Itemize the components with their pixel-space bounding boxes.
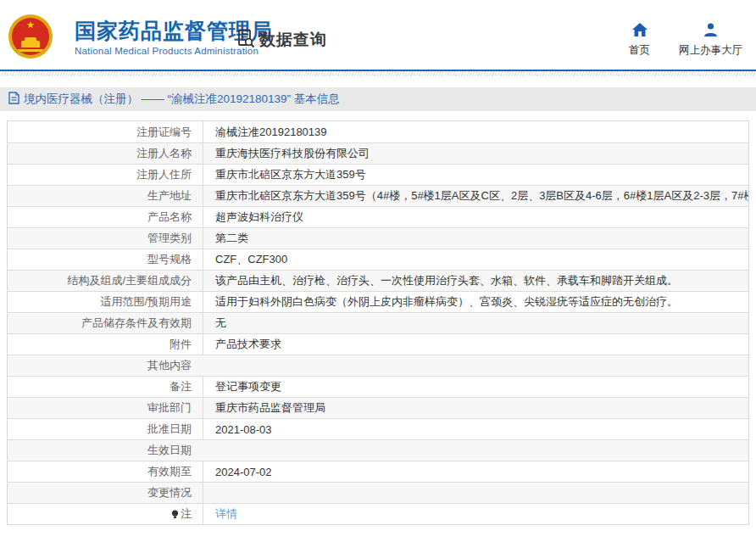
breadcrumb-bar: 境内医疗器械（注册） —— “渝械注准20192180139” 基本信息 xyxy=(0,87,756,111)
table-row: 附件产品技术要求 xyxy=(8,333,748,355)
row-value: CZF、CZF300 xyxy=(203,249,748,270)
row-value: 2024-07-02 xyxy=(203,461,748,482)
row-label: 产品储存条件及有效期 xyxy=(8,313,203,333)
table-row: 适用范围/预期用途适用于妇科外阴白色病变（外阴上皮内非瘤样病变）、宫颈炎、尖锐湿… xyxy=(8,291,748,312)
row-label: 型号规格 xyxy=(8,249,203,270)
row-label: 注册证编号 xyxy=(8,121,203,142)
row-label: 产品名称 xyxy=(8,207,203,227)
row-label-text: 变更情况 xyxy=(147,485,192,500)
row-label-text: 其他内容 xyxy=(147,358,192,373)
table-row: 注册证编号渝械注准20192180139 xyxy=(8,121,748,142)
row-label-text: 产品名称 xyxy=(147,210,192,225)
row-value: 该产品由主机、治疗枪、治疗头、一次性使用治疗头套、水箱、软件、承载车和脚踏开关组… xyxy=(203,271,748,291)
row-label-text: 注册人名称 xyxy=(136,146,192,161)
row-value: 重庆市药品监督管理局 xyxy=(203,398,748,418)
row-value: 2021-08-03 xyxy=(203,419,748,439)
row-label-text: 型号规格 xyxy=(147,252,192,267)
row-label-text: 有效期至 xyxy=(147,464,192,479)
emblem-icon: ★ xyxy=(8,14,53,59)
row-label: 审批部门 xyxy=(8,398,203,418)
doc-search-icon xyxy=(236,28,256,52)
bulb-icon xyxy=(171,509,179,522)
row-label-text: 注 xyxy=(181,506,192,522)
breadcrumb-text: 境内医疗器械（注册） —— “渝械注准20192180139” 基本信息 xyxy=(24,92,340,107)
row-value: 详情 xyxy=(203,504,748,524)
row-label: 附件 xyxy=(8,334,203,355)
row-label-text: 管理类别 xyxy=(147,231,192,246)
data-query-label: 数据查询 xyxy=(259,29,327,51)
row-value xyxy=(203,440,748,461)
row-label: 注册人名称 xyxy=(8,143,203,164)
row-label-text: 附件 xyxy=(170,337,192,352)
hatched-divider xyxy=(0,71,756,76)
row-value: 登记事项变更 xyxy=(203,377,748,397)
table-row: 备注登记事项变更 xyxy=(8,376,748,397)
table-row: 有效期至2024-07-02 xyxy=(8,461,748,482)
user-icon xyxy=(703,23,718,40)
row-label: 管理类别 xyxy=(8,228,203,249)
table-row: 管理类别第二类 xyxy=(8,227,748,249)
row-label-text: 结构及组成/主要组成成分 xyxy=(67,273,192,288)
home-icon xyxy=(632,23,648,40)
row-value: 重庆市北碚区京东方大道359号 xyxy=(203,165,748,185)
row-label-text: 备注 xyxy=(170,379,192,394)
row-label-text: 生效日期 xyxy=(147,443,192,458)
table-row: 批准日期2021-08-03 xyxy=(8,418,748,439)
row-label: 其他内容 xyxy=(8,355,203,376)
nav-service-hall-label: 网上办事大厅 xyxy=(679,43,742,58)
row-value xyxy=(203,483,748,503)
site-header: ★ 国家药品监督管理局 National Medical Products Ad… xyxy=(0,0,756,71)
table-row: 注册人名称重庆海扶医疗科技股份有限公司 xyxy=(8,142,748,164)
nav-item-home[interactable]: 首页 xyxy=(629,23,650,58)
row-value xyxy=(203,355,748,376)
row-label-text: 审批部门 xyxy=(147,400,192,416)
row-label-text: 生产地址 xyxy=(147,188,192,204)
table-row: 变更情况 xyxy=(8,482,748,503)
page-doc-icon xyxy=(8,92,19,107)
table-row: 型号规格CZF、CZF300 xyxy=(8,249,748,270)
data-query-section[interactable]: 数据查询 xyxy=(236,28,327,52)
row-label-text: 批准日期 xyxy=(147,422,192,437)
row-value: 第二类 xyxy=(203,228,748,249)
nav-home-label: 首页 xyxy=(629,43,650,58)
row-value: 渝械注准20192180139 xyxy=(203,121,748,142)
row-label: 变更情况 xyxy=(8,483,203,503)
row-value: 重庆海扶医疗科技股份有限公司 xyxy=(203,143,748,164)
registration-info-table: 注册证编号渝械注准20192180139注册人名称重庆海扶医疗科技股份有限公司注… xyxy=(7,120,749,525)
table-row: 结构及组成/主要组成成分该产品由主机、治疗枪、治疗头、一次性使用治疗头套、水箱、… xyxy=(8,270,748,291)
row-label-text: 产品储存条件及有效期 xyxy=(81,316,192,331)
row-label: 批准日期 xyxy=(8,419,203,439)
row-label: 有效期至 xyxy=(8,461,203,482)
row-label: 注册人住所 xyxy=(8,165,203,185)
row-label: 适用范围/预期用途 xyxy=(8,292,203,312)
table-row: 审批部门重庆市药品监督管理局 xyxy=(8,397,748,418)
table-row: 生产地址重庆市北碚区京东方大道359号（4#楼，5#楼1层A区及C区、2层、3层… xyxy=(8,185,748,206)
row-label-text: 注册证编号 xyxy=(136,125,192,140)
breadcrumb: 境内医疗器械（注册） —— “渝械注准20192180139” 基本信息 xyxy=(8,92,340,107)
row-label: 生效日期 xyxy=(8,440,203,461)
row-label: 生产地址 xyxy=(8,186,203,206)
nav-item-service-hall[interactable]: 网上办事大厅 xyxy=(679,23,742,58)
table-row: 注册人住所重庆市北碚区京东方大道359号 xyxy=(8,164,748,185)
table-row: 注详情 xyxy=(8,503,748,524)
table-row: 其他内容 xyxy=(8,355,748,376)
row-label: 备注 xyxy=(8,377,203,397)
national-emblem-logo: ★ xyxy=(8,14,53,59)
details-link[interactable]: 详情 xyxy=(215,506,237,522)
row-value: 超声波妇科治疗仪 xyxy=(203,207,748,227)
row-value: 产品技术要求 xyxy=(203,334,748,355)
row-value: 重庆市北碚区京东方大道359号（4#楼，5#楼1层A区及C区、2层、3层B区及4… xyxy=(203,186,748,206)
table-row: 产品名称超声波妇科治疗仪 xyxy=(8,206,748,227)
row-label-text: 适用范围/预期用途 xyxy=(100,294,192,310)
table-row: 产品储存条件及有效期无 xyxy=(8,312,748,333)
row-label: 结构及组成/主要组成成分 xyxy=(8,271,203,291)
row-label: 注 xyxy=(8,504,203,524)
top-nav: 首页 网上办事大厅 xyxy=(629,23,742,58)
row-label-text: 注册人住所 xyxy=(136,167,192,182)
row-value: 无 xyxy=(203,313,748,333)
row-value: 适用于妇科外阴白色病变（外阴上皮内非瘤样病变）、宫颈炎、尖锐湿疣等适应症的无创治… xyxy=(203,292,748,312)
table-row: 生效日期 xyxy=(8,439,748,461)
